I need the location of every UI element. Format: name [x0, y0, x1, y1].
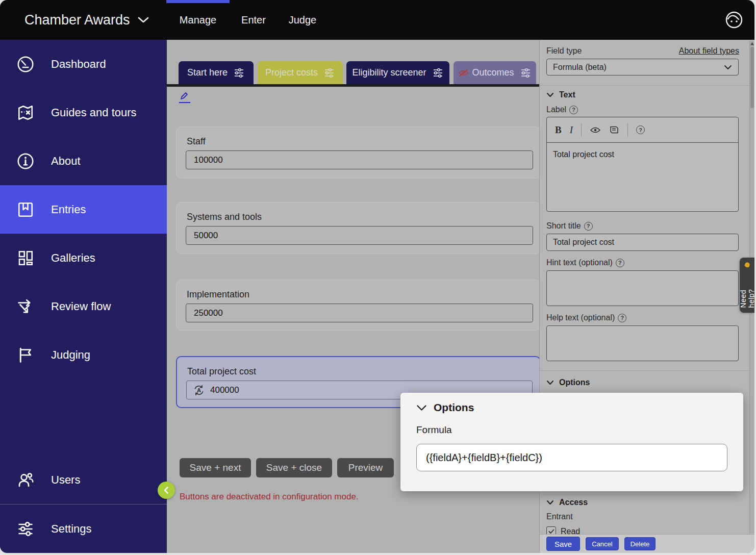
flow-arrow-icon [16, 297, 35, 316]
field-card-staff: Staff [176, 127, 541, 179]
active-tab-indicator [166, 0, 230, 3]
book-icon[interactable] [609, 125, 619, 134]
help-tooltip-icon[interactable]: ? [618, 314, 626, 322]
short-title-input[interactable] [546, 234, 739, 251]
hint-text-input[interactable] [546, 270, 739, 306]
hidden-eye-slash-icon [458, 68, 469, 78]
sidebar-item-galleries[interactable]: Galleries [0, 234, 167, 282]
sidebar-item-label: Entries [51, 203, 86, 216]
formula-input[interactable] [416, 444, 727, 471]
sidebar-item-entries[interactable]: Entries [0, 185, 167, 234]
popup-options-section[interactable]: Options [416, 401, 474, 414]
nav-tab-manage[interactable]: Manage [166, 0, 230, 40]
nav-tab-judge[interactable]: Judge [280, 0, 325, 40]
field-card-implementation: Implementation [176, 280, 541, 331]
formula-auto-icon: A [193, 385, 205, 396]
tab-settings-icon [519, 67, 532, 79]
sidebar-spacer [0, 379, 167, 456]
sidebar-item-label: Guides and tours [51, 106, 137, 119]
preview-eye-icon[interactable] [590, 126, 601, 134]
save-button[interactable]: Save [546, 537, 580, 551]
chevron-down-icon [546, 92, 554, 97]
help-tooltip-icon[interactable]: ? [584, 222, 593, 231]
sidebar-item-label: Users [51, 473, 80, 487]
field-card-systems-and-tools: Systems and tools [176, 202, 541, 254]
field-input-implementation[interactable] [186, 304, 533, 322]
entrant-label: Entrant [546, 512, 573, 521]
toolbar-divider [581, 123, 582, 137]
sidebar-item-users[interactable]: Users [0, 456, 167, 504]
field-label: Staff [187, 136, 206, 147]
formula-label: Formula [416, 424, 452, 436]
chevron-down-icon [724, 65, 732, 70]
app-title: Chamber Awards [24, 12, 130, 28]
dashboard-icon [16, 55, 35, 73]
nav-tab-enter[interactable]: Enter [232, 0, 275, 40]
sidebar-item-label: Galleries [51, 251, 95, 265]
save-close-button[interactable]: Save + close [256, 458, 332, 477]
tab-underline [167, 84, 541, 87]
sidebar-item-label: About [51, 155, 81, 168]
bold-button[interactable]: B [555, 124, 562, 136]
preview-button[interactable]: Preview [337, 458, 394, 477]
field-type-select[interactable]: Formula (beta) [546, 59, 739, 75]
tab-settings-icon [323, 67, 335, 79]
sidebar-item-review-flow[interactable]: Review flow [0, 282, 167, 331]
section-access[interactable]: Access [546, 498, 588, 507]
app-window: Chamber Awards Manage Enter Judge Dashbo… [0, 0, 754, 553]
scrollbar-thumb[interactable] [750, 47, 754, 108]
edit-tab-icon[interactable] [179, 91, 190, 103]
field-value: 400000 [210, 385, 239, 395]
sidebar-collapse-button[interactable] [158, 482, 175, 499]
flag-icon [16, 346, 35, 364]
scroll-up-arrow-icon [750, 41, 754, 46]
italic-button[interactable]: I [570, 124, 573, 136]
sidebar-item-dashboard[interactable]: Dashboard [0, 40, 167, 88]
field-input-staff[interactable] [186, 150, 533, 169]
sidebar-item-settings[interactable]: Settings [0, 504, 167, 553]
help-tooltip-icon[interactable]: ? [569, 106, 578, 114]
field-label: Systems and tools [187, 212, 262, 222]
options-popup: Options Formula [400, 393, 743, 491]
field-label: Total project cost [187, 366, 256, 377]
svg-text:A: A [197, 387, 201, 393]
help-tooltip-icon[interactable]: ? [616, 259, 624, 267]
field-label: Implementation [187, 289, 249, 300]
tab-settings-icon [233, 67, 245, 79]
form-tab-start-here[interactable]: Start here [179, 61, 254, 84]
info-icon [16, 152, 35, 170]
field-input-systems-and-tools[interactable] [186, 226, 533, 245]
delete-button[interactable]: Delete [624, 537, 656, 550]
sidebar-item-about[interactable]: About [0, 137, 167, 185]
save-next-button[interactable]: Save + next [180, 458, 251, 477]
configuration-mode-notice: Buttons are deactivated in configuration… [180, 492, 359, 502]
section-text[interactable]: Text [546, 90, 575, 99]
sidebar-item-judging[interactable]: Judging [0, 331, 167, 379]
form-tab-label: Outcomes [472, 67, 514, 78]
need-help-label: Need help? [739, 272, 755, 308]
nav-tab-label: Manage [180, 14, 216, 26]
form-tab-outcomes[interactable]: Outcomes [453, 61, 536, 84]
field-type-label: Field type [546, 46, 582, 56]
nav-tab-label: Enter [241, 14, 266, 26]
need-help-tab[interactable]: Need help? [740, 258, 754, 313]
app-title-dropdown[interactable]: Chamber Awards [24, 0, 149, 40]
section-options[interactable]: Options [546, 378, 590, 387]
label-editor-content[interactable]: Total project cost [547, 143, 738, 166]
wave-hand-icon [743, 262, 751, 269]
help-text-input[interactable] [546, 325, 739, 361]
form-tab-eligibility-screener[interactable]: Eligibility screener [346, 61, 449, 84]
account-avatar-icon[interactable] [725, 11, 743, 29]
about-field-types-link[interactable]: About field types [679, 46, 739, 56]
sidebar: Dashboard Guides and tours About Entries… [0, 40, 167, 553]
sidebar-item-label: Judging [51, 348, 90, 362]
chevron-down-icon [137, 16, 149, 23]
hint-text-label: Hint text (optional) ? [546, 258, 624, 267]
label-richtext-editor[interactable]: B I ? Total project cost [546, 117, 739, 212]
chevron-down-icon [546, 380, 554, 385]
users-icon [16, 471, 35, 489]
sidebar-item-guides-and-tours[interactable]: Guides and tours [0, 88, 167, 137]
form-tab-project-costs[interactable]: Project costs [258, 61, 343, 84]
editor-help-icon[interactable]: ? [636, 125, 645, 134]
cancel-button[interactable]: Cancel [586, 537, 618, 550]
